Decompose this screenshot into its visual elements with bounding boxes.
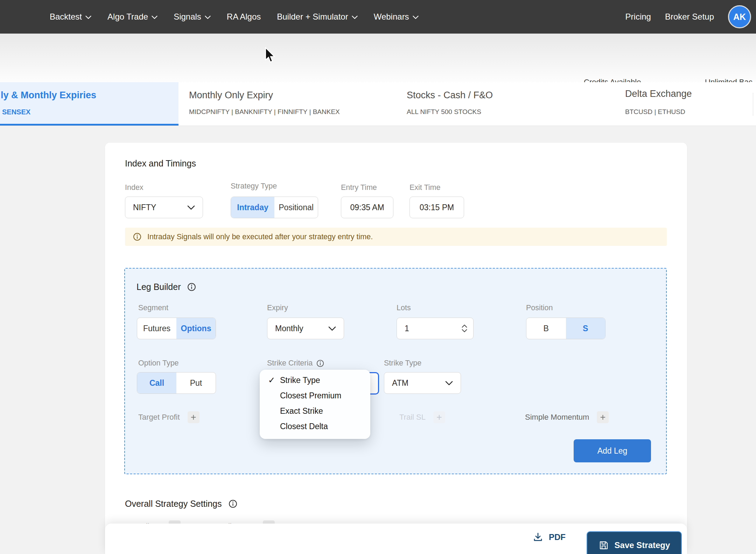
tab-delta-exchange[interactable]: Delta Exchange BTCUSD | ETHUSD xyxy=(615,82,753,126)
nav-item-label: Builder + Simulator xyxy=(277,12,348,22)
tab-title: ly & Monthly Expiries xyxy=(1,90,96,101)
expiry-tabs: ly & Monthly Expiries SENSEX Monthly Onl… xyxy=(0,82,756,126)
nav-item-ra-algos[interactable]: RA Algos xyxy=(227,12,261,22)
buy-option[interactable]: B xyxy=(526,318,566,339)
strategy-type-label: Strategy Type xyxy=(231,182,277,191)
chevron-down-icon xyxy=(462,329,467,332)
section-title: Leg Builder xyxy=(136,282,181,292)
chevron-down-icon xyxy=(328,326,336,331)
tab-divider xyxy=(753,93,753,116)
section-title: Overall Strategy Settings xyxy=(125,499,222,509)
add-leg-button[interactable]: Add Leg xyxy=(574,439,651,462)
dropdown-option-closest-premium[interactable]: Closest Premium xyxy=(260,388,370,403)
position-label: Position xyxy=(526,304,553,312)
entry-time-input[interactable]: 09:35 AM xyxy=(341,197,393,218)
nav-right-group: Pricing Broker Setup AK xyxy=(625,0,751,34)
add-target-profit-button[interactable]: + xyxy=(188,411,200,423)
tab-subtitle: MIDCPNIFTY | BANKNIFTY | FINNIFTY | BANK… xyxy=(189,108,340,116)
target-profit-addon: Target Profit + xyxy=(138,411,200,423)
index-timings-heading: Index and Timings xyxy=(125,158,196,169)
positional-option[interactable]: Positional xyxy=(274,197,318,218)
sell-option[interactable]: S xyxy=(566,318,606,339)
info-icon[interactable] xyxy=(228,499,238,509)
chevron-up-icon xyxy=(462,325,467,328)
call-option[interactable]: Call xyxy=(137,372,176,393)
save-label: Save Strategy xyxy=(615,540,670,550)
bottom-action-bar: PDF Save Strategy xyxy=(105,524,687,554)
tab-title: Stocks - Cash / F&O xyxy=(407,90,493,101)
dropdown-option-strike-type[interactable]: ✓ Strike Type xyxy=(260,372,370,388)
save-strategy-button[interactable]: Save Strategy xyxy=(587,531,682,554)
info-icon xyxy=(133,232,142,241)
strike-criteria-dropdown: ✓ Strike Type Closest Premium Exact Stri… xyxy=(260,370,370,439)
info-icon[interactable] xyxy=(316,359,324,368)
leg-builder-heading: Leg Builder xyxy=(136,282,196,292)
lots-label: Lots xyxy=(397,304,411,312)
index-label: Index xyxy=(125,183,144,192)
nav-item-broker-setup[interactable]: Broker Setup xyxy=(665,12,714,22)
expiry-select-value: Monthly xyxy=(275,324,303,333)
check-icon: ✓ xyxy=(268,375,275,385)
position-toggle: B S xyxy=(526,318,606,339)
dropdown-option-closest-delta[interactable]: Closest Delta xyxy=(260,419,370,434)
put-option[interactable]: Put xyxy=(176,372,216,393)
trail-sl-label: Trail SL xyxy=(399,413,426,422)
chevron-down-icon xyxy=(445,381,453,385)
exit-time-input[interactable]: 03:15 PM xyxy=(410,197,464,218)
label-text: Strike Criteria xyxy=(267,359,313,368)
chevron-down-icon xyxy=(352,15,358,19)
expiry-label: Expiry xyxy=(267,304,288,312)
download-icon xyxy=(533,532,543,542)
save-icon xyxy=(598,540,609,551)
nav-item-algo-trade[interactable]: Algo Trade xyxy=(107,12,158,22)
nav-item-label: Algo Trade xyxy=(107,12,148,22)
tab-stocks-cash-fo[interactable]: Stocks - Cash / F&O ALL NIFTY 500 STOCKS xyxy=(402,82,615,126)
tab-weekly-monthly-expiries[interactable]: ly & Monthly Expiries SENSEX xyxy=(0,82,178,126)
nav-item-backtest[interactable]: Backtest xyxy=(50,12,91,22)
option-type-label: Option Type xyxy=(138,359,179,368)
simple-momentum-addon: Simple Momentum + xyxy=(525,411,609,423)
strategy-type-toggle: Intraday Positional xyxy=(231,197,318,218)
expiry-select[interactable]: Monthly xyxy=(267,318,344,339)
segment-toggle: Futures Options xyxy=(137,318,216,339)
index-select[interactable]: NIFTY xyxy=(125,197,203,218)
simple-momentum-label: Simple Momentum xyxy=(525,413,589,422)
exit-time-label: Exit Time xyxy=(410,183,440,192)
banner-text: Intraday Signals will only be executed a… xyxy=(147,233,373,241)
dropdown-option-exact-strike[interactable]: Exact Strike xyxy=(260,403,370,419)
chevron-down-icon xyxy=(413,15,419,19)
strike-type-select[interactable]: ATM xyxy=(384,372,461,394)
nav-item-signals[interactable]: Signals xyxy=(174,12,211,22)
nav-item-webinars[interactable]: Webinars xyxy=(374,12,419,22)
intraday-signals-banner: Intraday Signals will only be executed a… xyxy=(125,228,667,246)
strike-type-select-value: ATM xyxy=(392,378,408,388)
options-option[interactable]: Options xyxy=(176,318,216,339)
top-nav: Backtest Algo Trade Signals RA Algos Bui… xyxy=(0,0,756,34)
tab-title: Delta Exchange xyxy=(625,88,692,99)
chevron-down-icon xyxy=(187,205,195,210)
intraday-option[interactable]: Intraday xyxy=(231,197,274,218)
entry-time-label: Entry Time xyxy=(341,183,377,192)
nav-left-group: Backtest Algo Trade Signals RA Algos Bui… xyxy=(50,0,419,34)
leg-builder-section: Leg Builder Segment Expiry Lots Position… xyxy=(124,268,667,474)
futures-option[interactable]: Futures xyxy=(137,318,176,339)
strike-criteria-label: Strike Criteria xyxy=(267,359,324,368)
add-simple-momentum-button[interactable]: + xyxy=(597,411,609,423)
option-label: Closest Delta xyxy=(280,422,328,431)
nav-item-label: Signals xyxy=(174,12,201,22)
info-icon[interactable] xyxy=(187,282,196,292)
option-label: Closest Premium xyxy=(280,391,341,400)
footer-pdf-button[interactable]: PDF xyxy=(533,532,566,542)
add-trail-sl-button[interactable]: + xyxy=(433,411,445,423)
strategy-builder-card: Index and Timings Index Strategy Type En… xyxy=(105,143,687,554)
chevron-down-icon xyxy=(152,15,158,19)
page-header: y Strategy PDF Credits Available 520715 … xyxy=(0,34,756,82)
avatar[interactable]: AK xyxy=(728,5,751,28)
nav-item-label: Backtest xyxy=(50,12,82,22)
tab-monthly-only-expiry[interactable]: Monthly Only Expiry MIDCPNIFTY | BANKNIF… xyxy=(178,82,402,126)
tab-subtitle: BTCUSD | ETHUSD xyxy=(625,108,685,116)
option-type-toggle: Call Put xyxy=(137,372,216,394)
nav-item-pricing[interactable]: Pricing xyxy=(625,12,651,22)
option-label: Strike Type xyxy=(280,376,320,385)
nav-item-builder-simulator[interactable]: Builder + Simulator xyxy=(277,12,357,22)
